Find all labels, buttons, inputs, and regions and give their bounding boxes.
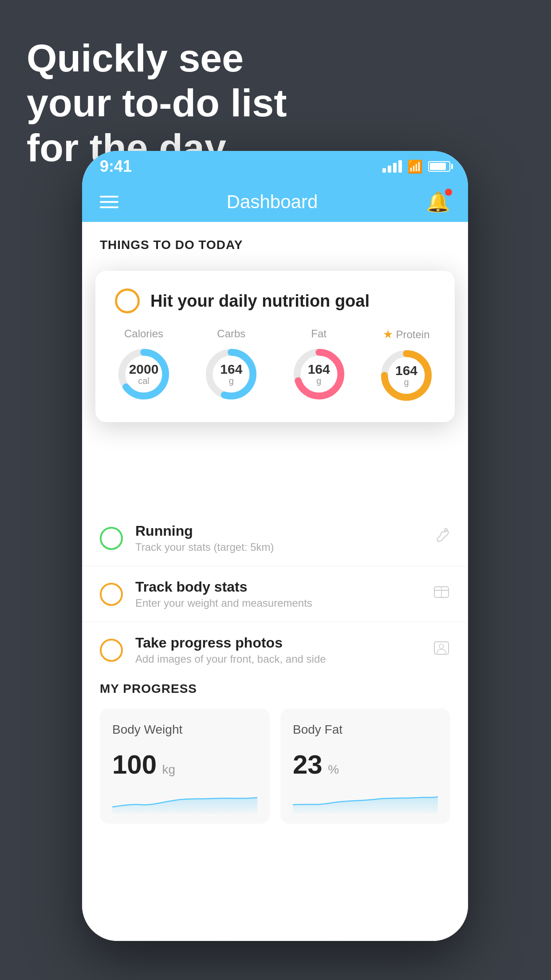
nutrition-title: Hit your daily nutrition goal bbox=[150, 292, 370, 311]
notification-bell[interactable]: 🔔 bbox=[426, 190, 450, 213]
todo-title-running: Running bbox=[135, 523, 420, 539]
todo-text-body-stats: Track body stats Enter your weight and m… bbox=[135, 579, 420, 609]
calories-label: Calories bbox=[124, 328, 163, 340]
todo-title-body-stats: Track body stats bbox=[135, 579, 420, 595]
body-weight-card: Body Weight 100 kg bbox=[100, 708, 270, 824]
fat-value: 164 bbox=[308, 363, 330, 376]
running-icon bbox=[433, 528, 450, 548]
body-weight-title: Body Weight bbox=[112, 723, 257, 737]
todo-text-running: Running Track your stats (target: 5km) bbox=[135, 523, 420, 553]
carbs-stat: Carbs 164 g bbox=[202, 328, 260, 403]
svg-point-8 bbox=[445, 529, 447, 531]
fat-unit: g bbox=[308, 376, 330, 386]
nutrition-card: Hit your daily nutrition goal Calories 2… bbox=[95, 271, 455, 422]
body-fat-unit: % bbox=[328, 763, 339, 776]
calories-unit: cal bbox=[129, 376, 159, 386]
fat-donut: 164 g bbox=[290, 345, 348, 403]
fat-label: Fat bbox=[311, 328, 327, 340]
calories-donut: 2000 cal bbox=[115, 345, 173, 403]
progress-section-title: MY PROGRESS bbox=[100, 666, 450, 696]
progress-cards: Body Weight 100 kg bbox=[100, 708, 450, 824]
status-icons: 📶 bbox=[382, 159, 450, 174]
todo-sub-body-stats: Enter your weight and measurements bbox=[135, 597, 420, 609]
carbs-label: Carbs bbox=[217, 328, 245, 340]
body-weight-value: 100 bbox=[112, 749, 157, 780]
calories-value: 2000 bbox=[129, 363, 159, 376]
progress-section: MY PROGRESS Body Weight 100 kg bbox=[82, 666, 468, 824]
calories-stat: Calories 2000 cal bbox=[115, 328, 173, 403]
scale-icon bbox=[433, 584, 450, 604]
fat-stat: Fat 164 g bbox=[290, 328, 348, 403]
star-icon: ★ bbox=[383, 328, 393, 341]
carbs-unit: g bbox=[220, 376, 242, 386]
todo-item-running[interactable]: Running Track your stats (target: 5km) bbox=[82, 510, 468, 566]
hamburger-menu[interactable] bbox=[100, 196, 118, 208]
nav-bar: Dashboard 🔔 bbox=[82, 182, 468, 222]
body-fat-card: Body Fat 23 % bbox=[280, 708, 450, 824]
body-fat-value: 23 bbox=[293, 749, 323, 780]
phone-frame: 9:41 📶 Dashboard 🔔 THINGS TO DO TOD bbox=[82, 151, 468, 941]
nav-title: Dashboard bbox=[227, 191, 318, 213]
wifi-icon: 📶 bbox=[407, 159, 423, 174]
status-bar: 9:41 📶 bbox=[82, 151, 468, 182]
todo-title-photos: Take progress photos bbox=[135, 635, 420, 651]
protein-unit: g bbox=[395, 377, 417, 387]
body-weight-unit: kg bbox=[162, 763, 176, 776]
nutrition-stats: Calories 2000 cal Carbs bbox=[115, 328, 435, 404]
protein-value: 164 bbox=[395, 364, 417, 377]
todo-circle-body-stats bbox=[100, 583, 123, 606]
protein-donut: 164 g bbox=[378, 347, 435, 404]
todo-sub-photos: Add images of your front, back, and side bbox=[135, 653, 420, 665]
body-fat-title: Body Fat bbox=[293, 723, 438, 737]
notification-dot bbox=[445, 189, 452, 196]
todo-circle-running bbox=[100, 527, 123, 550]
nutrition-check-circle bbox=[115, 288, 140, 313]
todo-item-body-stats[interactable]: Track body stats Enter your weight and m… bbox=[82, 566, 468, 622]
things-section-header: THINGS TO DO TODAY bbox=[82, 222, 468, 261]
app-headline: Quickly see your to-do list for the day. bbox=[27, 36, 287, 170]
status-time: 9:41 bbox=[100, 157, 132, 176]
person-icon bbox=[433, 640, 450, 660]
todo-text-photos: Take progress photos Add images of your … bbox=[135, 635, 420, 665]
body-fat-chart bbox=[293, 787, 438, 814]
carbs-donut: 164 g bbox=[202, 345, 260, 403]
svg-rect-12 bbox=[434, 642, 449, 654]
body-weight-chart bbox=[112, 787, 257, 814]
signal-icon bbox=[382, 160, 402, 173]
todo-list: Running Track your stats (target: 5km) T… bbox=[82, 510, 468, 678]
protein-stat: ★ Protein 164 g bbox=[378, 328, 435, 404]
todo-sub-running: Track your stats (target: 5km) bbox=[135, 541, 420, 553]
svg-point-13 bbox=[439, 644, 444, 648]
battery-icon bbox=[428, 161, 450, 172]
protein-label: ★ Protein bbox=[383, 328, 429, 341]
todo-circle-photos bbox=[100, 639, 123, 662]
carbs-value: 164 bbox=[220, 363, 242, 376]
